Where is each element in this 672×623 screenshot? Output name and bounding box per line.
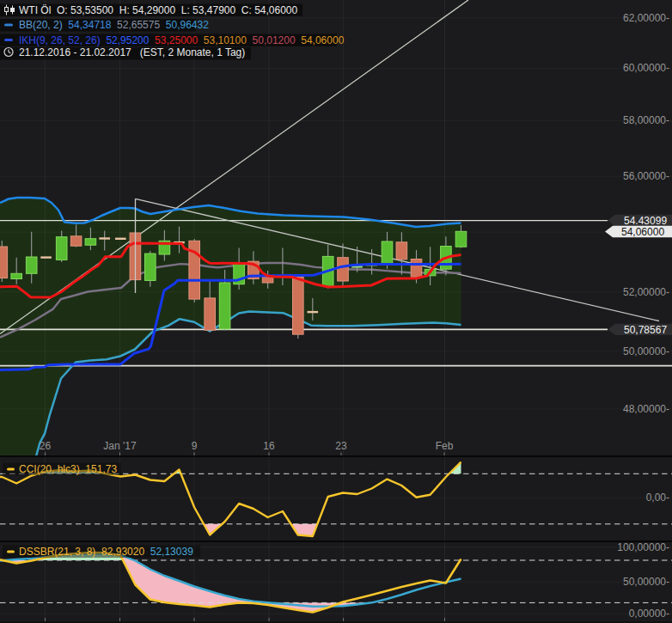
svg-text:50,00000-: 50,00000- [623,345,669,357]
svg-text:Feb: Feb [436,440,454,452]
svg-text:CCI(20, hlc3) 151,73: CCI(20, hlc3) 151,73 [19,463,117,475]
svg-text:54.43099: 54.43099 [624,215,667,227]
svg-text:50,78567: 50,78567 [624,324,667,336]
svg-text:21.12.2016 - 21.02.2017 (EST: 21.12.2016 - 21.02.2017 (EST, 2 Monate, … [19,46,245,58]
svg-text:0,00-: 0,00- [646,492,669,504]
svg-text:58,00000-: 58,00000- [623,114,669,126]
svg-text:60,00000-: 60,00000- [623,62,669,74]
svg-text:52,00000-: 52,00000- [623,286,669,298]
svg-text:100,00000-: 100,00000- [617,541,669,553]
svg-text:48,00000-: 48,00000- [623,403,669,415]
svg-text:26: 26 [40,440,52,452]
svg-text:16: 16 [263,440,275,452]
svg-text:IKH(9, 26, 52, 26) 52,95200: IKH(9, 26, 52, 26) 52,95200 53,25000 53,… [19,34,345,46]
svg-text:62,00000-: 62,00000- [623,12,669,24]
svg-text:Jan '17: Jan '17 [103,440,137,452]
svg-text:50,00000-: 50,00000- [623,576,669,588]
svg-text:23: 23 [335,440,347,452]
svg-text:54,06000: 54,06000 [621,226,664,238]
svg-text:0,00000-: 0,00000- [629,608,669,620]
svg-text:WTI Öl O: 53,53500 H: 54,290: WTI Öl O: 53,53500 H: 54,29000 L: 53,479… [19,4,298,16]
svg-text:DSSBR(21, 3, 8) 82,93020 52,: DSSBR(21, 3, 8) 82,93020 52,13039 [19,546,193,558]
svg-text:56,00000-: 56,00000- [623,170,669,182]
svg-text:9: 9 [192,440,198,452]
svg-text:BB(20, 2) 54,34718 52,65575: BB(20, 2) 54,34718 52,65575 50,96432 [19,19,209,31]
